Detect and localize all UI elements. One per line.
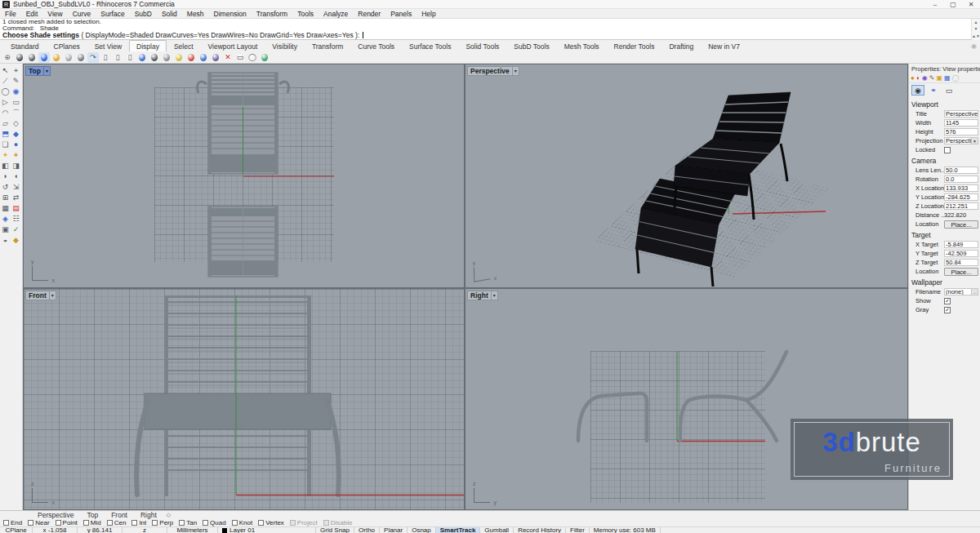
- palette-tool-icon[interactable]: ◆: [11, 129, 21, 140]
- wallpaper-gray-checkbox[interactable]: ✓: [944, 307, 951, 313]
- properties-image-icon[interactable]: ▦: [944, 74, 951, 82]
- sphere-outline-icon[interactable]: ◯: [247, 52, 258, 63]
- palette-tool-icon[interactable]: ▷: [0, 97, 11, 108]
- menu-item[interactable]: Transform: [252, 10, 292, 18]
- osnap-toggle[interactable]: Mid: [83, 519, 101, 526]
- checkbox[interactable]: [107, 520, 113, 526]
- grayscale-view-icon[interactable]: [161, 52, 172, 63]
- menu-item[interactable]: File: [0, 10, 21, 18]
- osnap-toggle[interactable]: Quad: [203, 519, 226, 526]
- osnap-toggle[interactable]: Near: [28, 519, 49, 526]
- prompt-options[interactable]: ( DisplayMode=Shaded DrawCurves=Yes Draw…: [81, 31, 359, 39]
- render-preview-icon[interactable]: [173, 52, 185, 63]
- osnap-toggle[interactable]: Perp: [152, 519, 173, 526]
- z-target-field[interactable]: 50.84: [944, 259, 978, 266]
- checkbox[interactable]: [56, 520, 61, 526]
- properties-object-icon[interactable]: ●: [911, 74, 915, 82]
- z-location-field[interactable]: 212.251: [944, 202, 978, 210]
- palette-tool-icon[interactable]: ↺: [0, 182, 11, 193]
- toolbar-tab[interactable]: New in V7: [701, 40, 747, 51]
- menu-item[interactable]: Surface: [96, 10, 129, 18]
- palette-tool-icon[interactable]: ◇: [11, 118, 21, 129]
- viewport-menu-icon[interactable]: ▾: [44, 66, 51, 76]
- prompt-expand-icon[interactable]: ▲▼: [971, 31, 980, 40]
- palette-tool-icon[interactable]: ▤: [11, 203, 21, 214]
- toolbar-tab[interactable]: Set View: [87, 40, 129, 51]
- viewport-tab[interactable]: Top: [80, 511, 105, 519]
- osnap-toggle[interactable]: Int: [131, 519, 146, 526]
- xray-display-icon[interactable]: [63, 52, 74, 63]
- toolbar-tab[interactable]: Curve Tools: [350, 40, 402, 51]
- wallpaper-filename-select[interactable]: (none) ...: [944, 288, 978, 295]
- viewport-menu-icon[interactable]: ▾: [513, 66, 519, 76]
- palette-tool-icon[interactable]: ▣: [0, 224, 11, 235]
- pan-view-icon[interactable]: ⊕: [2, 52, 13, 63]
- viewport-tab[interactable]: Perspective: [31, 511, 80, 519]
- palette-tool-icon[interactable]: ◖: [11, 171, 21, 182]
- palette-tool-icon[interactable]: ↖: [0, 65, 11, 76]
- wallpaper-show-checkbox[interactable]: ✓: [944, 298, 951, 304]
- properties-pencil-icon[interactable]: ✎: [929, 74, 935, 82]
- target-place-button[interactable]: Place...: [944, 268, 978, 276]
- close-button[interactable]: ✕: [962, 1, 980, 8]
- checkbox[interactable]: [83, 520, 89, 526]
- cplane-button[interactable]: CPlane: [0, 527, 33, 533]
- projection-select[interactable]: Perspecti... ▼: [944, 137, 978, 144]
- x-target-field[interactable]: -5.849: [944, 241, 978, 248]
- scroll-up-icon[interactable]: ▲: [972, 19, 980, 25]
- checkbox[interactable]: [131, 520, 137, 526]
- palette-tool-icon[interactable]: ◗: [0, 171, 11, 182]
- toolbar-tab[interactable]: Solid Tools: [458, 40, 506, 51]
- menu-item[interactable]: Render: [353, 10, 385, 18]
- toolbar-tab[interactable]: Transform: [305, 40, 350, 51]
- palette-tool-icon[interactable]: ◧: [0, 161, 11, 171]
- checkbox[interactable]: [179, 520, 185, 526]
- hide-display-icon[interactable]: ✕: [222, 52, 234, 63]
- menu-item[interactable]: SubD: [130, 10, 157, 18]
- layer-indicator[interactable]: Layer 01: [218, 527, 316, 533]
- properties-material-icon[interactable]: ◉: [922, 74, 928, 82]
- viewport-top-label[interactable]: Top ▾: [25, 66, 51, 76]
- height-field[interactable]: 576: [944, 128, 978, 135]
- palette-tool-icon[interactable]: ☷: [11, 214, 21, 224]
- camera-place-button[interactable]: Place...: [944, 220, 978, 229]
- properties-folder-icon[interactable]: ▣: [936, 74, 942, 82]
- lens-length-field[interactable]: 50.0: [944, 167, 978, 174]
- x-location-field[interactable]: 133.933: [944, 184, 978, 192]
- palette-tool-icon[interactable]: ✎: [11, 76, 21, 87]
- viewport-perspective-label[interactable]: Perspective ▾: [467, 66, 519, 76]
- osnap-toggle[interactable]: Knot: [232, 519, 252, 526]
- palette-tool-icon[interactable]: ◉: [11, 87, 21, 97]
- width-field[interactable]: 1145: [944, 119, 978, 127]
- menu-item[interactable]: Tools: [292, 10, 318, 18]
- palette-tool-icon[interactable]: ●: [11, 140, 21, 150]
- palette-tool-icon[interactable]: ▭: [11, 97, 21, 108]
- toolbar-tab[interactable]: SubD Tools: [506, 40, 556, 51]
- osnap-toggle[interactable]: Point: [56, 519, 78, 526]
- smarttrack-toggle[interactable]: SmartTrack: [436, 527, 481, 533]
- palette-tool-icon[interactable]: ⇲: [11, 182, 21, 193]
- menu-item[interactable]: View: [42, 10, 67, 18]
- viewport-front[interactable]: Front ▾: [24, 289, 464, 509]
- mouse-zoom-icon[interactable]: ▯: [124, 52, 136, 63]
- wireframe-display-icon[interactable]: [14, 52, 25, 63]
- palette-tool-icon[interactable]: ◆: [11, 235, 21, 246]
- mouse-rotate-icon[interactable]: ▯: [100, 52, 111, 63]
- palette-tool-icon[interactable]: ▦: [0, 203, 11, 214]
- frame-tab[interactable]: ▭: [942, 85, 956, 95]
- palette-tool-icon[interactable]: ◯: [0, 87, 11, 97]
- palette-tool-icon[interactable]: ⬒: [0, 129, 11, 140]
- technical-display-icon[interactable]: [75, 52, 87, 63]
- palette-tool-icon[interactable]: ◨: [11, 161, 21, 171]
- palette-tool-icon[interactable]: ❏: [0, 140, 11, 150]
- status-toggle[interactable]: Grid Snap: [316, 527, 354, 533]
- palette-tool-icon[interactable]: ⟋: [0, 76, 11, 87]
- y-location-field[interactable]: -284.625: [944, 193, 978, 201]
- toolbar-tab[interactable]: CPlanes: [47, 40, 87, 51]
- palette-tool-icon[interactable]: ◠: [0, 108, 11, 118]
- sun-study-icon[interactable]: [185, 52, 197, 63]
- viewport-menu-icon[interactable]: ▾: [492, 291, 498, 300]
- checkbox[interactable]: [258, 520, 264, 526]
- checkbox[interactable]: [232, 520, 238, 526]
- rotation-field[interactable]: 0.0: [944, 175, 978, 183]
